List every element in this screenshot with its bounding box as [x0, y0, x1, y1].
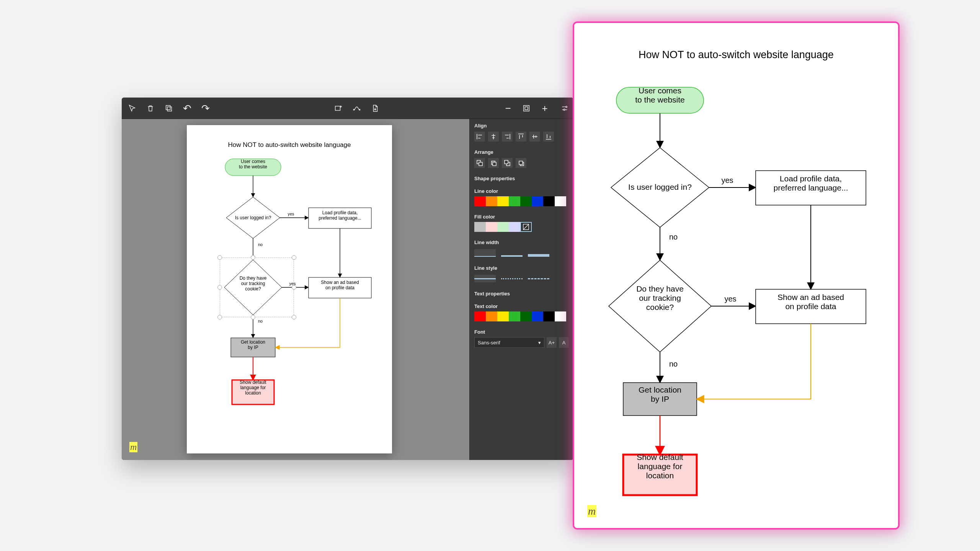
- align-left-button[interactable]: [474, 132, 485, 142]
- zoom-in-button[interactable]: +: [538, 102, 551, 115]
- bring-forward-button[interactable]: [488, 158, 499, 168]
- label-fillcolor: Fill color: [470, 210, 573, 222]
- color-swatch[interactable]: [509, 222, 520, 232]
- color-swatch[interactable]: [520, 196, 532, 206]
- svg-rect-0: [166, 105, 170, 109]
- text-color-swatches: [470, 311, 573, 325]
- color-swatch[interactable]: [497, 196, 509, 206]
- svg-text:no: no: [669, 360, 678, 368]
- color-swatch[interactable]: [474, 222, 486, 232]
- align-right-button[interactable]: [502, 132, 513, 142]
- selection-handle[interactable]: [217, 315, 222, 320]
- label-linestyle: Line style: [470, 261, 573, 273]
- send-backward-button[interactable]: [502, 158, 513, 168]
- document-page[interactable]: How NOT to auto-switch website language: [187, 125, 392, 453]
- linestyle-dashed[interactable]: [528, 275, 549, 282]
- selection-handle[interactable]: [292, 285, 296, 290]
- export-button[interactable]: [369, 102, 382, 115]
- svg-rect-11: [505, 160, 508, 164]
- settings-icon[interactable]: [558, 102, 571, 115]
- add-shape-button[interactable]: [332, 102, 345, 115]
- svg-text:Show an ad basedon profile dat: Show an ad basedon profile data: [777, 293, 844, 311]
- color-swatch[interactable]: [543, 311, 555, 321]
- svg-rect-5: [524, 105, 529, 111]
- selection-handle[interactable]: [292, 315, 296, 320]
- align-center-h-button[interactable]: [488, 132, 499, 142]
- connector-button[interactable]: [350, 102, 363, 115]
- selection-handle[interactable]: [251, 255, 255, 260]
- panel-section-arrange: Arrange: [470, 145, 573, 158]
- selection-handle[interactable]: [251, 315, 255, 320]
- preview-flowchart: User comesto the website Is user logged …: [574, 23, 898, 528]
- zoom-out-button[interactable]: −: [501, 102, 514, 115]
- color-swatch[interactable]: [543, 196, 555, 206]
- linewidth-thick[interactable]: [528, 249, 549, 257]
- chevron-down-icon: ▾: [538, 340, 541, 346]
- delete-button[interactable]: [144, 102, 157, 115]
- node-start-text: User comesto the website: [239, 159, 267, 170]
- color-swatch[interactable]: [486, 196, 497, 206]
- color-swatch[interactable]: [486, 222, 497, 232]
- svg-text:User comesto the website: User comesto the website: [635, 86, 685, 104]
- align-bottom-button[interactable]: [543, 132, 554, 142]
- linestyle-solid[interactable]: [474, 275, 496, 282]
- no-fill-swatch[interactable]: [520, 222, 532, 232]
- linewidth-thin[interactable]: [474, 249, 496, 257]
- svg-rect-13: [519, 161, 523, 165]
- color-swatch[interactable]: [520, 311, 532, 321]
- font-size-increase[interactable]: A+: [547, 337, 557, 348]
- fill-color-swatches: [470, 222, 573, 236]
- label-linecolor: Line color: [470, 184, 573, 196]
- node-process1-text: Load profile data,preferred language...: [318, 210, 361, 221]
- color-swatch[interactable]: [486, 311, 497, 321]
- line-color-swatches: [470, 196, 573, 210]
- panel-section-text: Text properties: [470, 287, 573, 300]
- color-swatch[interactable]: [532, 311, 543, 321]
- pointer-tool-button[interactable]: [126, 102, 139, 115]
- svg-line-15: [524, 225, 529, 230]
- font-size-decrease[interactable]: A: [559, 337, 569, 348]
- editor-toolbar: ↶ ↷ − +: [122, 98, 573, 119]
- svg-rect-1: [167, 107, 172, 111]
- bring-front-button[interactable]: [474, 158, 485, 168]
- properties-panel: Align Arrange Shape properties Line colo…: [469, 119, 573, 460]
- selection-handle[interactable]: [292, 255, 296, 260]
- linewidth-medium[interactable]: [501, 249, 523, 257]
- color-swatch[interactable]: [555, 196, 566, 206]
- color-swatch[interactable]: [497, 222, 509, 232]
- undo-button[interactable]: ↶: [181, 102, 194, 115]
- align-top-button[interactable]: [516, 132, 526, 142]
- align-center-v-button[interactable]: [529, 132, 540, 142]
- editor-canvas[interactable]: How NOT to auto-switch website language: [122, 119, 469, 460]
- svg-text:Load profile data,preferred la: Load profile data,preferred language...: [774, 174, 848, 192]
- fit-view-button[interactable]: [520, 102, 533, 115]
- selection-handle[interactable]: [217, 255, 222, 260]
- redo-button[interactable]: ↷: [199, 102, 212, 115]
- color-swatch[interactable]: [532, 196, 543, 206]
- edge-label-yes: yes: [287, 212, 294, 216]
- send-back-button[interactable]: [516, 158, 526, 168]
- preview-document: How NOT to auto-switch website language …: [574, 23, 898, 528]
- svg-text:yes: yes: [721, 176, 733, 184]
- color-swatch[interactable]: [509, 196, 520, 206]
- panel-section-align: Align: [470, 119, 573, 132]
- font-select[interactable]: Sans-serif ▾: [474, 337, 544, 348]
- duplicate-button[interactable]: [162, 102, 175, 115]
- node-decision1-text: Is user logged in?: [235, 215, 271, 220]
- color-swatch[interactable]: [474, 311, 486, 321]
- svg-rect-2: [335, 106, 340, 110]
- color-swatch[interactable]: [497, 311, 509, 321]
- edge-label-no: no: [258, 319, 263, 323]
- color-swatch[interactable]: [509, 311, 520, 321]
- selection-bounding-box: [220, 258, 294, 317]
- font-selected-label: Sans-serif: [478, 340, 500, 346]
- edge-label-no: no: [258, 242, 263, 247]
- color-swatch[interactable]: [555, 311, 566, 321]
- selection-handle[interactable]: [217, 285, 222, 290]
- label-linewidth: Line width: [470, 236, 573, 248]
- node-process2-text: Show an ad basedon profile data: [321, 280, 359, 290]
- color-swatch[interactable]: [474, 196, 486, 206]
- linestyle-dotted[interactable]: [501, 275, 523, 282]
- watermark-m: m: [587, 505, 596, 517]
- svg-text:no: no: [669, 233, 678, 241]
